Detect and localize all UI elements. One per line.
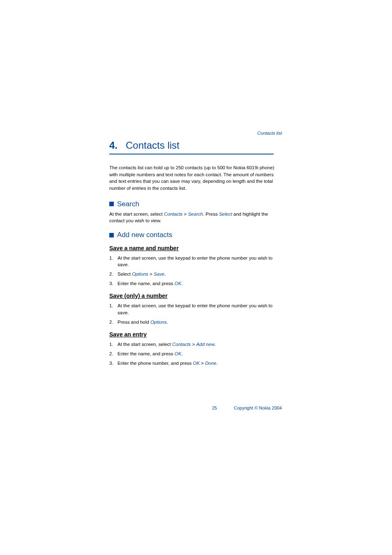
list-save-name-number: 1. At the start screen, use the keypad t…: [109, 255, 282, 287]
list-item: 2. Press and hold Options.: [109, 319, 282, 325]
list-number: 3.: [109, 280, 118, 287]
copyright-text: Copyright © Nokia 2004: [234, 405, 282, 410]
text-suffix: .: [181, 351, 182, 356]
term-done: Done: [205, 361, 217, 366]
list-item: 1. At the start screen, use the keypad t…: [109, 255, 282, 268]
intro-paragraph: The contacts list can hold up to 250 con…: [109, 164, 282, 192]
list-save-entry: 1. At the start screen, select Contacts …: [109, 341, 282, 366]
text-suffix: .: [164, 272, 166, 276]
list-text: Enter the name, and press OK.: [118, 280, 183, 287]
page-footer: 25 Copyright © Nokia 2004: [109, 405, 282, 410]
search-sep1: >: [182, 212, 188, 216]
list-number: 2.: [109, 350, 118, 357]
text-prefix: Press and hold: [118, 320, 150, 325]
page-container: Contacts list 4. Contacts list The conta…: [0, 0, 392, 366]
list-number: 1.: [109, 341, 118, 348]
text-prefix: At the start screen, select: [118, 342, 172, 347]
section-title-search: Search: [117, 200, 139, 208]
term-add-new: Add new: [196, 342, 214, 347]
subsection-save-only-number: Save (only) a number: [109, 292, 282, 299]
term-search: Search: [188, 212, 203, 216]
list-number: 1.: [109, 255, 118, 268]
term-options: Options: [150, 320, 167, 325]
term-options: Options: [132, 272, 148, 276]
term-save: Save: [154, 272, 164, 276]
list-number: 2.: [109, 271, 118, 277]
chapter-number: 4.: [109, 140, 118, 151]
section-heading-search: Search: [109, 200, 282, 208]
square-bullet-icon: [109, 202, 114, 206]
search-body-prefix: At the start screen, select: [109, 212, 164, 216]
subsection-save-entry: Save an entry: [109, 331, 282, 338]
text-prefix: Select: [118, 272, 132, 276]
term-ok: OK: [175, 351, 182, 356]
term-select: Select: [219, 212, 232, 216]
text-suffix: .: [217, 361, 218, 366]
list-item: 2. Select Options > Save.: [109, 271, 282, 277]
list-number: 1.: [109, 302, 118, 315]
term-contacts: Contacts: [164, 212, 182, 216]
text-sep: >: [148, 272, 154, 276]
text-prefix: Enter the phone number, and press: [118, 361, 193, 366]
text-prefix: Enter the name, and press: [118, 281, 175, 286]
chapter-title-text: Contacts list: [126, 140, 180, 151]
list-text: At the start screen, use the keypad to e…: [118, 255, 282, 268]
list-save-only-number: 1. At the start screen, use the keypad t…: [109, 302, 282, 325]
list-text: At the start screen, select Contacts > A…: [118, 341, 216, 348]
list-number: 3.: [109, 360, 118, 366]
list-text: At the start screen, use the keypad to e…: [118, 302, 282, 315]
term-contacts: Contacts: [172, 342, 191, 347]
text-suffix: .: [214, 342, 216, 347]
list-number: 2.: [109, 319, 118, 325]
search-body-mid: . Press: [203, 212, 219, 216]
list-item: 3. Enter the phone number, and press OK …: [109, 360, 282, 366]
text-sep: >: [191, 342, 196, 347]
list-text: Enter the name, and press OK.: [118, 350, 183, 357]
list-item: 1. At the start screen, select Contacts …: [109, 341, 282, 348]
chapter-title: 4. Contacts list: [109, 140, 274, 154]
section-title-addnew: Add new contacts: [117, 231, 172, 239]
list-text: Enter the phone number, and press OK > D…: [118, 360, 218, 366]
text-suffix: .: [167, 320, 168, 325]
list-text: Press and hold Options.: [118, 319, 168, 325]
list-item: 2. Enter the name, and press OK.: [109, 350, 282, 357]
term-ok: OK: [175, 281, 182, 286]
list-item: 3. Enter the name, and press OK.: [109, 280, 282, 287]
text-suffix: .: [181, 281, 182, 286]
section-heading-addnew: Add new contacts: [109, 231, 282, 239]
term-ok: OK: [193, 361, 200, 366]
search-body: At the start screen, select Contacts > S…: [109, 211, 282, 224]
square-bullet-icon: [109, 233, 114, 237]
list-item: 1. At the start screen, use the keypad t…: [109, 302, 282, 315]
text-sep: >: [200, 361, 205, 366]
header-breadcrumb: Contacts list: [109, 131, 282, 136]
list-text: Select Options > Save.: [118, 271, 166, 277]
page-number: 25: [212, 405, 217, 410]
text-prefix: Enter the name, and press: [118, 351, 175, 356]
subsection-save-name-number: Save a name and number: [109, 245, 282, 251]
